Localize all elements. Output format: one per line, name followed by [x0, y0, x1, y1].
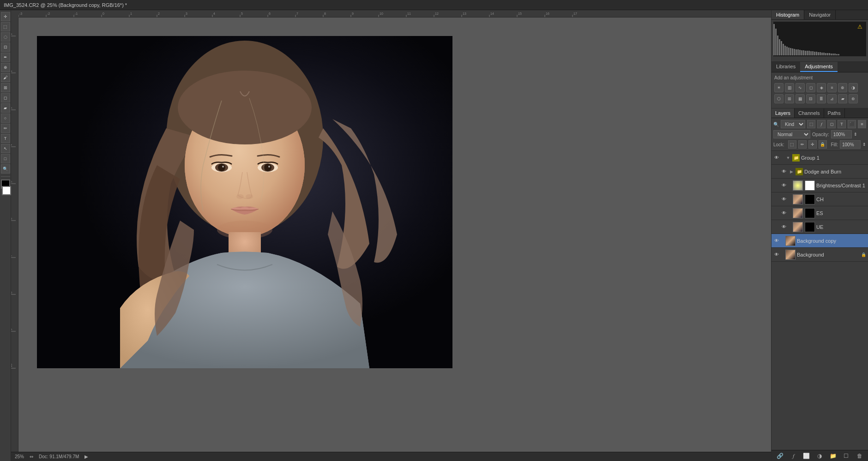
expand-group1[interactable]: ▼	[785, 155, 791, 161]
svg-rect-108	[823, 53, 825, 55]
eye-es[interactable]: 👁	[781, 210, 787, 216]
svg-rect-88	[786, 47, 788, 55]
selective-color-icon[interactable]: ⊛	[849, 94, 858, 103]
invert-icon[interactable]: ⊟	[806, 94, 815, 103]
fill-arrows[interactable]: ⇕	[862, 142, 866, 147]
pen-tool[interactable]: ✏	[1, 124, 10, 133]
new-fill-btn[interactable]: ◑	[815, 452, 824, 460]
layer-name-group1: Group 1	[801, 155, 866, 161]
add-style-btn[interactable]: 𝑓	[789, 452, 798, 460]
filter-icon-btn5[interactable]: ⬛	[848, 120, 856, 128]
path-select-tool[interactable]: ↖	[1, 144, 10, 153]
layers-tab[interactable]: Layers	[772, 108, 795, 118]
layer-item-group1[interactable]: 👁 ▼ 📁 Group 1	[772, 151, 868, 165]
layer-item-es[interactable]: 👁 ES	[772, 206, 868, 220]
libraries-tab[interactable]: Libraries	[772, 62, 800, 72]
dodge-tool[interactable]: ○	[1, 114, 10, 123]
background-color[interactable]	[2, 186, 11, 195]
layer-item-bg-copy[interactable]: 👁 Background copy	[772, 234, 868, 248]
move-tool[interactable]: ✛	[1, 12, 10, 21]
canvas-content[interactable]	[18, 18, 771, 452]
eye-group1[interactable]: 👁	[773, 155, 780, 161]
layer-item-dodge-burn[interactable]: 👁 ▶ 📁 Dodge and Burn	[772, 165, 868, 179]
link-layers-btn[interactable]: 🔗	[775, 452, 784, 460]
new-group-btn[interactable]: 📁	[828, 452, 838, 460]
lock-paint-btn[interactable]: ✏	[798, 140, 807, 149]
layer-item-brightness[interactable]: 👁 Brightness/Contrast 1	[772, 179, 868, 192]
lasso-tool[interactable]: ◌	[1, 32, 10, 42]
crop-tool[interactable]: ⊡	[1, 42, 10, 52]
status-arrow-right[interactable]: ▶	[84, 454, 88, 459]
paths-tab[interactable]: Paths	[824, 108, 845, 118]
adjustment-icons-row2: ⬡ ⊞ ▦ ⊟ ≣ ⊿ ▰ ⊛	[774, 94, 865, 103]
hsl-icon[interactable]: ≡	[827, 83, 837, 92]
threshold-icon[interactable]: ⊿	[827, 94, 837, 103]
lock-position-btn[interactable]: ✛	[808, 140, 817, 149]
canvas-with-ruler: -3 -2 -1 0 1 2 3 4	[11, 10, 771, 452]
color-balance-icon[interactable]: ⊕	[838, 83, 847, 92]
text-tool[interactable]: T	[1, 134, 10, 143]
opacity-arrows[interactable]: ⇕	[854, 132, 857, 137]
zoom-tool[interactable]: 🔍	[1, 164, 10, 174]
bw-icon[interactable]: ◑	[849, 83, 858, 92]
filter-icon-btn2[interactable]: 𝑓	[817, 120, 826, 128]
add-mask-btn[interactable]: ⬜	[802, 452, 811, 460]
svg-rect-116	[838, 54, 839, 55]
curves-icon[interactable]: ∿	[796, 83, 805, 92]
layer-item-ue[interactable]: 👁 UE	[772, 220, 868, 234]
eye-brightness[interactable]: 👁	[781, 182, 787, 189]
eye-background[interactable]: 👁	[773, 251, 780, 258]
gradient-map-icon[interactable]: ▰	[838, 94, 847, 103]
eyedropper-tool[interactable]: ✒	[1, 53, 10, 62]
select-tool[interactable]: ⬚	[1, 22, 10, 31]
svg-rect-100	[808, 51, 810, 55]
svg-text:17: 17	[573, 12, 577, 15]
navigator-tab[interactable]: Navigator	[804, 10, 836, 19]
vibrance-icon[interactable]: ◈	[817, 83, 826, 92]
layer-item-background[interactable]: 👁 Background 🔒	[772, 248, 868, 262]
adjustments-tab[interactable]: Adjustments	[800, 62, 838, 72]
lock-all-btn[interactable]: 🔒	[819, 140, 827, 149]
expand-dodge-burn[interactable]: ▶	[789, 169, 794, 174]
histogram-tab[interactable]: Histogram	[772, 10, 804, 19]
layer-item-ch[interactable]: 👁 CH	[772, 192, 868, 206]
filter-toggle[interactable]: ≡	[858, 120, 866, 128]
photo-filter-icon[interactable]: ⬡	[774, 94, 784, 103]
posterize-icon[interactable]: ≣	[817, 94, 826, 103]
clone-tool[interactable]: ⊞	[1, 83, 10, 92]
brightness-contrast-icon[interactable]: ☀	[774, 83, 784, 92]
layer-kind-select[interactable]: Kind	[781, 120, 805, 128]
svg-rect-114	[834, 54, 836, 55]
svg-text:9: 9	[11, 329, 12, 330]
shape-tool[interactable]: □	[1, 154, 10, 163]
svg-point-77	[246, 194, 253, 199]
brush-tool[interactable]: 🖌	[1, 73, 10, 82]
delete-layer-btn[interactable]: 🗑	[855, 452, 864, 460]
fill-input[interactable]	[840, 140, 861, 149]
levels-icon[interactable]: ▥	[785, 83, 794, 92]
eye-ch[interactable]: 👁	[781, 196, 787, 203]
channel-mixer-icon[interactable]: ⊞	[785, 94, 794, 103]
exposure-icon[interactable]: ◻	[806, 83, 815, 92]
filter-icon-btn3[interactable]: ◻	[827, 120, 836, 128]
spot-heal-tool[interactable]: ⊕	[1, 63, 10, 72]
filter-icon-btn4[interactable]: T	[838, 120, 846, 128]
eye-ue[interactable]: 👁	[781, 224, 787, 230]
status-arrows[interactable]: ⇔	[30, 454, 33, 459]
lock-pixels-btn[interactable]: ⬚	[788, 140, 796, 149]
layers-panel: Layers Channels Paths 🔍 Kind ⬚	[772, 108, 868, 461]
opacity-input[interactable]	[831, 130, 852, 138]
color-lookup-icon[interactable]: ▦	[796, 94, 805, 103]
svg-text:4: 4	[11, 144, 12, 146]
filter-icon-btn1[interactable]: ⬚	[807, 120, 815, 128]
eye-bg-copy[interactable]: 👁	[773, 238, 780, 244]
svg-rect-115	[836, 54, 838, 55]
eraser-tool[interactable]: ◻	[1, 93, 10, 102]
right-panel: Histogram Navigator	[771, 10, 868, 461]
eye-dodge-burn[interactable]: 👁	[781, 168, 787, 175]
new-layer-btn[interactable]: ☐	[842, 452, 851, 460]
channels-tab[interactable]: Channels	[795, 108, 824, 118]
blend-mode-select[interactable]: Normal Multiply Screen Overlay	[773, 130, 810, 138]
svg-text:-2: -2	[47, 12, 50, 15]
gradient-tool[interactable]: ▰	[1, 103, 10, 113]
